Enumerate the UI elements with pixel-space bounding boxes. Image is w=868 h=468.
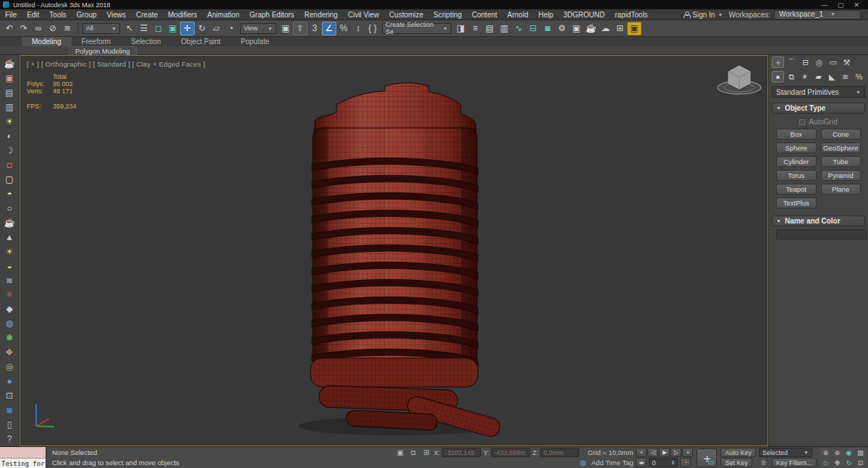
next-frame-button[interactable]: ▷ bbox=[671, 448, 681, 457]
spinner-snap-toggle-icon[interactable]: ↕ bbox=[351, 22, 365, 35]
motion-tab-icon[interactable]: ◎ bbox=[813, 56, 825, 68]
bind-to-space-warp-icon[interactable]: ≋ bbox=[60, 22, 75, 35]
help-icon[interactable]: ? bbox=[1, 432, 17, 446]
render-setup-table-icon[interactable]: ▤ bbox=[1, 85, 17, 100]
render-presets-icon[interactable]: ▥ bbox=[1, 100, 17, 114]
teapot-primitive-icon[interactable]: ☕ bbox=[1, 216, 17, 230]
render-setup-icon[interactable]: ⚙ bbox=[555, 22, 569, 35]
bird-icon[interactable]: ❖ bbox=[1, 345, 17, 359]
percent-snap-toggle-icon[interactable]: % bbox=[336, 22, 351, 35]
teapot-button[interactable]: Teapot bbox=[776, 184, 817, 195]
orbit-icon[interactable]: ↻ bbox=[843, 458, 854, 467]
display-tab-icon[interactable]: ▭ bbox=[827, 56, 839, 68]
particle-rain-icon[interactable]: ≋ bbox=[1, 273, 17, 288]
scene-explorer-icon[interactable]: ▤ bbox=[482, 22, 497, 35]
box-primitive-icon[interactable]: ▢ bbox=[1, 172, 17, 187]
cone-primitive-icon[interactable]: ▲ bbox=[1, 230, 17, 244]
named-selection-sets-icon[interactable]: { } bbox=[365, 22, 380, 35]
menu-group[interactable]: Group bbox=[72, 9, 102, 20]
ribbon-tab-object-paint[interactable]: Object Paint bbox=[171, 37, 230, 46]
lights-category-icon[interactable]: ☀ bbox=[799, 71, 811, 82]
viewport-label[interactable]: [ + ] [ Orthographic ] [ Standard ] [ Cl… bbox=[27, 60, 205, 68]
rendered-frame-window-icon[interactable]: ▣ bbox=[569, 22, 584, 35]
autogrid-checkbox[interactable] bbox=[799, 119, 805, 125]
geometry-category-icon[interactable]: ● bbox=[772, 71, 784, 82]
building-model[interactable] bbox=[310, 83, 502, 439]
hierarchy-tab-icon[interactable]: ⊟ bbox=[799, 56, 812, 68]
tube-button[interactable]: Tube bbox=[821, 156, 861, 167]
rendered-frame-window-icon[interactable]: ▣ bbox=[1, 71, 17, 85]
camera-light-icon[interactable]: ◐ bbox=[1, 129, 17, 143]
menu-arnold[interactable]: Arnold bbox=[502, 9, 533, 20]
field-of-view-icon[interactable]: ◇ bbox=[820, 458, 831, 467]
menu-views[interactable]: Views bbox=[102, 9, 132, 20]
set-key-button[interactable]: Set Key bbox=[720, 458, 752, 467]
cone-button[interactable]: Cone bbox=[821, 129, 861, 140]
menu-file[interactable]: File bbox=[0, 9, 22, 20]
document-icon[interactable]: ▯ bbox=[1, 417, 17, 432]
create-tab-icon[interactable]: ＋ bbox=[772, 56, 784, 68]
add-time-tag-button[interactable]: ◍ Add Time Tag bbox=[578, 458, 634, 467]
y-coordinate-field[interactable]: -433,659m bbox=[491, 448, 530, 457]
select-and-place-icon[interactable]: ◔ bbox=[224, 22, 238, 35]
isolate-selection-icon[interactable]: ▣ bbox=[395, 448, 406, 457]
blue-sphere-icon[interactable]: ● bbox=[1, 374, 17, 388]
sun-light-icon[interactable]: ☀ bbox=[1, 244, 17, 259]
key-filters-button[interactable]: Key Filters... bbox=[772, 458, 817, 467]
layer-explorer-icon[interactable]: ▥ bbox=[497, 22, 511, 35]
key-mode-toggle-icon[interactable]: ◔ bbox=[680, 458, 691, 467]
minimize-button[interactable]: — bbox=[821, 1, 827, 9]
clipboard-sphere-icon[interactable]: ⊡ bbox=[1, 388, 17, 403]
viewport[interactable]: [ + ] [ Orthographic ] [ Standard ] [ Cl… bbox=[20, 55, 768, 446]
moon-light-icon[interactable]: ☽ bbox=[1, 143, 17, 158]
select-object-icon[interactable]: ↖ bbox=[122, 22, 137, 35]
zoom-all-icon[interactable]: ⊛ bbox=[832, 448, 843, 457]
material-editor-icon[interactable]: ◙ bbox=[540, 22, 555, 35]
menu-rapidtools[interactable]: rapidTools bbox=[610, 9, 653, 20]
window-crossing-icon[interactable]: ▣ bbox=[166, 22, 180, 35]
sphere-primitive-icon[interactable]: ○ bbox=[1, 201, 17, 216]
curve-editor-icon[interactable]: ∿ bbox=[511, 22, 526, 35]
ribbon-tab-modeling[interactable]: Modeling bbox=[22, 37, 72, 46]
mirror-icon[interactable]: ◨ bbox=[454, 22, 468, 35]
use-pivot-point-center-icon[interactable]: ▣ bbox=[278, 22, 293, 35]
transform-gizmo-icon[interactable]: ⊞ bbox=[421, 448, 432, 457]
object-type-rollout-header[interactable]: ▼ Object Type bbox=[772, 103, 865, 114]
key-selection-dropdown[interactable]: Selected▼ bbox=[759, 448, 812, 457]
light-teapot-icon[interactable]: ☀ bbox=[1, 114, 17, 129]
menu-rendering[interactable]: Rendering bbox=[299, 9, 343, 20]
menu-tools[interactable]: Tools bbox=[44, 9, 71, 20]
render-production-icon[interactable]: ☕ bbox=[584, 22, 598, 35]
dome-primitive-icon[interactable]: ◓ bbox=[1, 187, 17, 201]
geosphere-button[interactable]: GeoSphere bbox=[821, 142, 861, 153]
current-frame-field[interactable]: 0⇕ bbox=[649, 458, 678, 467]
crown-box-icon[interactable]: ◆ bbox=[1, 302, 17, 316]
named-selection-set-dropdown[interactable]: Create Selection Se▼ bbox=[382, 23, 451, 34]
go-to-start-button[interactable]: « bbox=[636, 448, 647, 457]
reference-coordinate-system-dropdown[interactable]: View▼ bbox=[240, 23, 276, 34]
workspaces-dropdown[interactable]: Workspace_1 ▼ bbox=[774, 10, 861, 20]
align-icon[interactable]: ≡ bbox=[468, 22, 482, 35]
zoom-extents-icon[interactable]: ◉ bbox=[843, 448, 854, 457]
go-to-end-button[interactable]: » bbox=[682, 448, 693, 457]
cylinder-button[interactable]: Cylinder bbox=[776, 156, 817, 167]
custom-tool-icon[interactable]: ▣ bbox=[627, 22, 642, 35]
menu-3dground[interactable]: 3DGROUND bbox=[558, 9, 610, 20]
maximize-button[interactable]: ▢ bbox=[838, 1, 844, 9]
close-button[interactable]: ✕ bbox=[854, 1, 859, 9]
torus-button[interactable]: Torus bbox=[776, 170, 817, 181]
zoom-icon[interactable]: ⊕ bbox=[820, 448, 831, 457]
rectangular-selection-region-icon[interactable]: ◻ bbox=[151, 22, 166, 35]
viewport-gizmo[interactable] bbox=[718, 66, 761, 94]
polygon-modeling-panel-tab[interactable]: Polygon Modeling bbox=[69, 46, 137, 55]
textplus-button[interactable]: TextPlus bbox=[776, 197, 817, 208]
pan-icon[interactable]: ✥ bbox=[832, 458, 843, 467]
textured-sphere-icon[interactable]: ◍ bbox=[1, 316, 17, 331]
snaps-toggle-3d-icon[interactable]: 3 bbox=[307, 22, 322, 35]
z-coordinate-field[interactable]: 0,0mm bbox=[540, 448, 579, 457]
angle-snap-toggle-icon[interactable]: ∠ bbox=[322, 22, 336, 35]
shapes-category-icon[interactable]: ⧉ bbox=[786, 71, 798, 82]
render-in-cloud-icon[interactable]: ☁ bbox=[598, 22, 613, 35]
selection-lock-icon[interactable]: ◘ bbox=[408, 448, 419, 457]
maximize-viewport-toggle-icon[interactable]: ⊡ bbox=[855, 458, 866, 467]
